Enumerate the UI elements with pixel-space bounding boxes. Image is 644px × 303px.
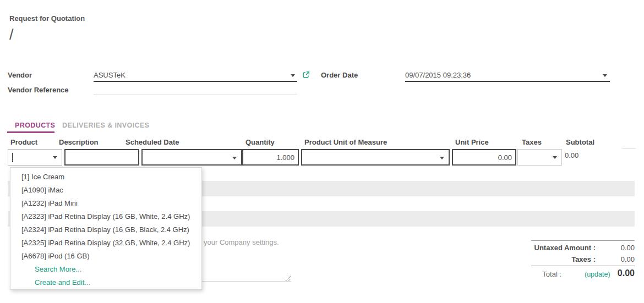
untaxed-amount-label: Untaxed Amount :: [495, 244, 596, 252]
dropdown-item[interactable]: [A1090] iMac: [10, 184, 201, 197]
product-caret-icon[interactable]: [53, 156, 57, 159]
col-header-quantity[interactable]: Quantity: [245, 138, 275, 146]
open-vendor-external-link-icon[interactable]: [302, 71, 310, 79]
order-date-field[interactable]: [405, 70, 610, 81]
taxes-cell-combobox[interactable]: [517, 149, 562, 166]
vendor-field-underline: [94, 81, 297, 82]
dropdown-item[interactable]: [1] Ice Cream: [10, 170, 201, 184]
scheduled-date-caret-icon[interactable]: [232, 157, 237, 159]
quantity-input[interactable]: [243, 150, 298, 164]
terms-placeholder-text: your Company settings.: [204, 238, 279, 246]
col-header-scheduled-date[interactable]: Scheduled Date: [125, 138, 179, 146]
order-date-dropdown-caret-icon[interactable]: [603, 74, 607, 77]
product-autocomplete-dropdown: [1] Ice Cream [A1090] iMac [A1232] iPad …: [10, 167, 202, 290]
dropdown-item[interactable]: [A1232] iPad Mini: [10, 197, 201, 210]
product-uom-cell-combobox[interactable]: [301, 149, 450, 166]
order-date-input[interactable]: [405, 71, 587, 79]
scheduled-date-cell-combobox[interactable]: [141, 149, 242, 166]
col-header-taxes[interactable]: Taxes: [522, 138, 542, 146]
tab-deliveries-invoices[interactable]: DELIVERIES & INVOICES: [62, 122, 149, 129]
vendor-field[interactable]: [94, 70, 297, 81]
untaxed-amount-value: 0.00: [596, 244, 635, 252]
create-and-edit-link[interactable]: Create and Edit...: [10, 276, 201, 289]
active-tab-underline: [7, 131, 54, 133]
dropdown-item[interactable]: [A2325] iPad Retina Display (32 GB, Whit…: [10, 236, 201, 250]
dropdown-item[interactable]: [A2324] iPad Retina Display (16 GB, Blac…: [10, 223, 201, 236]
vendor-reference-underline: [94, 95, 297, 95]
vendor-input[interactable]: [94, 71, 281, 79]
total-label: Total :: [495, 270, 561, 278]
product-cell-combobox[interactable]: [8, 149, 62, 166]
page-title: Request for Quotation: [9, 14, 85, 23]
taxes-caret-icon[interactable]: [553, 156, 557, 159]
text-cursor: [12, 153, 13, 162]
vendor-label: Vendor: [8, 71, 32, 79]
quantity-cell[interactable]: [242, 149, 299, 166]
subtotal-value: 0.00: [565, 151, 578, 159]
product-uom-input[interactable]: [302, 150, 449, 164]
totals-separator-bottom: [531, 266, 635, 266]
record-name: /: [9, 26, 14, 43]
product-uom-caret-icon[interactable]: [440, 157, 444, 159]
taxes-total-value: 0.00: [596, 255, 635, 263]
unit-price-input[interactable]: [453, 150, 515, 164]
col-header-description[interactable]: Description: [59, 138, 99, 146]
search-more-link[interactable]: Search More...: [10, 263, 201, 276]
last-column-top-border: [622, 148, 636, 149]
rfq-form-page: Request for Quotation / Vendor Order Dat…: [0, 0, 644, 303]
description-input[interactable]: [66, 150, 138, 164]
dropdown-item[interactable]: [A2323] iPad Retina Display (16 GB, Whit…: [10, 210, 201, 223]
vendor-reference-field[interactable]: [94, 85, 297, 95]
vendor-reference-label: Vendor Reference: [8, 86, 69, 94]
vendor-dropdown-caret-icon[interactable]: [291, 74, 295, 77]
taxes-total-label: Taxes :: [495, 255, 596, 263]
dropdown-item[interactable]: [A6678] iPod (16 GB): [10, 250, 201, 263]
col-header-product[interactable]: Product: [10, 138, 37, 146]
tab-products[interactable]: PRODUCTS: [15, 122, 55, 129]
total-value: 0.00: [596, 268, 635, 278]
description-cell[interactable]: [64, 149, 139, 166]
totals-separator-top: [531, 240, 635, 241]
vendor-reference-input[interactable]: [94, 86, 297, 94]
col-header-product-uom[interactable]: Product Unit of Measure: [304, 138, 387, 146]
order-date-label: Order Date: [321, 71, 358, 79]
col-header-subtotal[interactable]: Subtotal: [566, 138, 594, 146]
col-header-unit-price[interactable]: Unit Price: [455, 138, 489, 146]
scheduled-date-input[interactable]: [143, 150, 241, 164]
textarea-resize-handle-icon[interactable]: [284, 275, 291, 282]
unit-price-cell[interactable]: [452, 149, 516, 166]
order-date-field-underline: [405, 81, 610, 82]
